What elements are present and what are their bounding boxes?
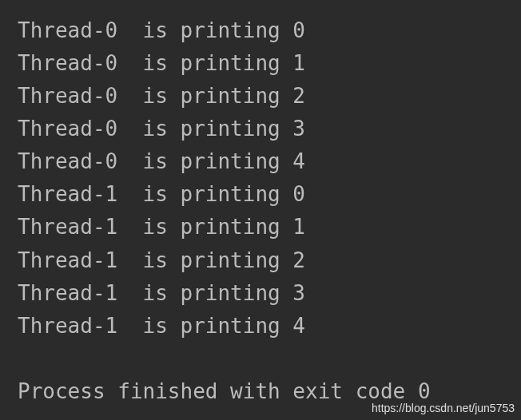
console-line: Thread-1 is printing 4: [18, 310, 503, 343]
console-line: Thread-1 is printing 1: [18, 211, 503, 244]
console-output: Thread-0 is printing 0 Thread-0 is print…: [18, 14, 503, 408]
console-line: Thread-0 is printing 4: [18, 145, 503, 178]
console-line: Thread-0 is printing 3: [18, 113, 503, 145]
console-line: Thread-1 is printing 0: [18, 178, 503, 211]
console-line: Thread-0 is printing 0: [18, 14, 503, 47]
blank-line: [18, 343, 503, 375]
watermark-text: https://blog.csdn.net/jun5753: [372, 399, 515, 417]
console-line: Thread-0 is printing 1: [18, 47, 503, 80]
console-line: Thread-1 is printing 3: [18, 277, 503, 310]
console-line: Thread-0 is printing 2: [18, 80, 503, 113]
console-line: Thread-1 is printing 2: [18, 244, 503, 277]
